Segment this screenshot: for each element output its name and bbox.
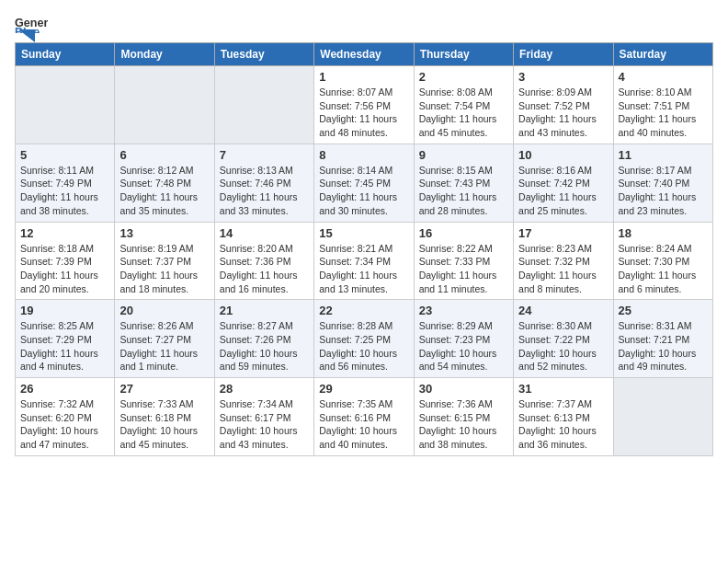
- day-number: 5: [20, 148, 109, 162]
- day-number: 23: [419, 304, 508, 317]
- weekday-header: Sunday: [16, 43, 115, 66]
- day-number: 31: [518, 382, 608, 396]
- calendar-cell: 21Sunrise: 8:27 AM Sunset: 7:26 PM Dayli…: [214, 300, 313, 378]
- day-number: 1: [319, 70, 408, 84]
- calendar-cell: [214, 66, 313, 144]
- day-info: Sunrise: 8:19 AM Sunset: 7:37 PM Dayligh…: [119, 242, 209, 296]
- logo: General Blue: [15, 15, 48, 39]
- day-info: Sunrise: 7:32 AM Sunset: 6:20 PM Dayligh…: [20, 397, 109, 452]
- day-number: 2: [419, 70, 508, 84]
- calendar-cell: 3Sunrise: 8:09 AM Sunset: 7:52 PM Daylig…: [514, 66, 613, 144]
- calendar-table: SundayMondayTuesdayWednesdayThursdayFrid…: [15, 42, 713, 456]
- weekday-header: Wednesday: [314, 43, 414, 66]
- calendar-cell: 24Sunrise: 8:30 AM Sunset: 7:22 PM Dayli…: [514, 300, 613, 378]
- day-info: Sunrise: 7:37 AM Sunset: 6:13 PM Dayligh…: [518, 397, 608, 452]
- day-info: Sunrise: 8:26 AM Sunset: 7:27 PM Dayligh…: [119, 319, 209, 373]
- weekday-header: Saturday: [613, 43, 712, 66]
- day-number: 27: [119, 382, 209, 396]
- day-number: 22: [319, 304, 408, 317]
- calendar-cell: 9Sunrise: 8:15 AM Sunset: 7:43 PM Daylig…: [414, 144, 513, 222]
- calendar-cell: 18Sunrise: 8:24 AM Sunset: 7:30 PM Dayli…: [613, 222, 712, 300]
- day-number: 8: [319, 148, 408, 162]
- day-info: Sunrise: 8:30 AM Sunset: 7:22 PM Dayligh…: [518, 319, 608, 373]
- day-number: 24: [518, 304, 608, 317]
- day-number: 30: [419, 382, 508, 396]
- day-info: Sunrise: 8:24 AM Sunset: 7:30 PM Dayligh…: [619, 242, 708, 296]
- calendar-cell: [16, 66, 115, 144]
- day-number: 3: [518, 70, 608, 84]
- day-number: 14: [220, 226, 309, 240]
- day-info: Sunrise: 8:07 AM Sunset: 7:56 PM Dayligh…: [319, 86, 408, 140]
- day-number: 9: [419, 148, 508, 162]
- calendar-week-row: 5Sunrise: 8:11 AM Sunset: 7:49 PM Daylig…: [16, 144, 713, 222]
- page-header: General Blue: [15, 15, 713, 39]
- day-info: Sunrise: 8:21 AM Sunset: 7:34 PM Dayligh…: [319, 242, 408, 296]
- day-info: Sunrise: 8:16 AM Sunset: 7:42 PM Dayligh…: [518, 164, 608, 218]
- day-info: Sunrise: 8:27 AM Sunset: 7:26 PM Dayligh…: [220, 319, 309, 373]
- calendar-cell: 25Sunrise: 8:31 AM Sunset: 7:21 PM Dayli…: [613, 300, 712, 378]
- day-info: Sunrise: 8:23 AM Sunset: 7:32 PM Dayligh…: [518, 242, 608, 296]
- day-info: Sunrise: 7:36 AM Sunset: 6:15 PM Dayligh…: [419, 397, 508, 452]
- day-info: Sunrise: 7:33 AM Sunset: 6:18 PM Dayligh…: [119, 397, 209, 452]
- calendar-cell: 8Sunrise: 8:14 AM Sunset: 7:45 PM Daylig…: [314, 144, 414, 222]
- calendar-cell: 13Sunrise: 8:19 AM Sunset: 7:37 PM Dayli…: [115, 222, 214, 300]
- day-number: 15: [319, 226, 408, 240]
- calendar-cell: 17Sunrise: 8:23 AM Sunset: 7:32 PM Dayli…: [514, 222, 613, 300]
- day-info: Sunrise: 8:22 AM Sunset: 7:33 PM Dayligh…: [419, 242, 508, 296]
- weekday-header: Thursday: [414, 43, 513, 66]
- calendar-cell: 19Sunrise: 8:25 AM Sunset: 7:29 PM Dayli…: [16, 300, 115, 378]
- calendar-cell: 20Sunrise: 8:26 AM Sunset: 7:27 PM Dayli…: [115, 300, 214, 378]
- day-number: 7: [220, 148, 309, 162]
- calendar-body: 1Sunrise: 8:07 AM Sunset: 7:56 PM Daylig…: [16, 66, 713, 456]
- calendar-cell: 26Sunrise: 7:32 AM Sunset: 6:20 PM Dayli…: [16, 378, 115, 456]
- day-info: Sunrise: 8:08 AM Sunset: 7:54 PM Dayligh…: [419, 86, 508, 140]
- day-number: 11: [619, 148, 708, 162]
- day-number: 29: [319, 382, 408, 396]
- day-info: Sunrise: 8:10 AM Sunset: 7:51 PM Dayligh…: [619, 86, 708, 140]
- day-number: 26: [20, 382, 109, 396]
- day-info: Sunrise: 7:34 AM Sunset: 6:17 PM Dayligh…: [220, 397, 309, 452]
- day-number: 6: [119, 148, 209, 162]
- calendar-cell: 27Sunrise: 7:33 AM Sunset: 6:18 PM Dayli…: [115, 378, 214, 456]
- day-info: Sunrise: 8:17 AM Sunset: 7:40 PM Dayligh…: [619, 164, 708, 218]
- calendar-cell: 7Sunrise: 8:13 AM Sunset: 7:46 PM Daylig…: [214, 144, 313, 222]
- calendar-week-row: 1Sunrise: 8:07 AM Sunset: 7:56 PM Daylig…: [16, 66, 713, 144]
- day-info: Sunrise: 8:09 AM Sunset: 7:52 PM Dayligh…: [518, 86, 608, 140]
- day-number: 17: [518, 226, 608, 240]
- day-info: Sunrise: 7:35 AM Sunset: 6:16 PM Dayligh…: [319, 397, 408, 452]
- day-info: Sunrise: 8:14 AM Sunset: 7:45 PM Dayligh…: [319, 164, 408, 218]
- day-info: Sunrise: 8:11 AM Sunset: 7:49 PM Dayligh…: [20, 164, 109, 218]
- day-info: Sunrise: 8:12 AM Sunset: 7:48 PM Dayligh…: [119, 164, 209, 218]
- calendar-cell: 30Sunrise: 7:36 AM Sunset: 6:15 PM Dayli…: [414, 378, 513, 456]
- day-info: Sunrise: 8:15 AM Sunset: 7:43 PM Dayligh…: [419, 164, 508, 218]
- calendar-cell: 15Sunrise: 8:21 AM Sunset: 7:34 PM Dayli…: [314, 222, 414, 300]
- calendar-header-row: SundayMondayTuesdayWednesdayThursdayFrid…: [16, 43, 713, 66]
- day-number: 10: [518, 148, 608, 162]
- calendar-cell: 31Sunrise: 7:37 AM Sunset: 6:13 PM Dayli…: [514, 378, 613, 456]
- day-info: Sunrise: 8:29 AM Sunset: 7:23 PM Dayligh…: [419, 319, 508, 373]
- calendar-cell: [613, 378, 712, 456]
- calendar-cell: 16Sunrise: 8:22 AM Sunset: 7:33 PM Dayli…: [414, 222, 513, 300]
- calendar-cell: 5Sunrise: 8:11 AM Sunset: 7:49 PM Daylig…: [16, 144, 115, 222]
- calendar-cell: 11Sunrise: 8:17 AM Sunset: 7:40 PM Dayli…: [613, 144, 712, 222]
- calendar-cell: 23Sunrise: 8:29 AM Sunset: 7:23 PM Dayli…: [414, 300, 513, 378]
- day-number: 13: [119, 226, 209, 240]
- weekday-header: Tuesday: [214, 43, 313, 66]
- calendar-cell: [115, 66, 214, 144]
- day-number: 18: [619, 226, 708, 240]
- calendar-cell: 4Sunrise: 8:10 AM Sunset: 7:51 PM Daylig…: [613, 66, 712, 144]
- day-info: Sunrise: 8:13 AM Sunset: 7:46 PM Dayligh…: [220, 164, 309, 218]
- logo-arrow-icon: [18, 29, 35, 42]
- day-number: 19: [20, 304, 109, 317]
- calendar-cell: 12Sunrise: 8:18 AM Sunset: 7:39 PM Dayli…: [16, 222, 115, 300]
- day-number: 20: [119, 304, 209, 317]
- calendar-cell: 1Sunrise: 8:07 AM Sunset: 7:56 PM Daylig…: [314, 66, 414, 144]
- calendar-cell: 2Sunrise: 8:08 AM Sunset: 7:54 PM Daylig…: [414, 66, 513, 144]
- calendar-week-row: 26Sunrise: 7:32 AM Sunset: 6:20 PM Dayli…: [16, 378, 713, 456]
- day-number: 12: [20, 226, 109, 240]
- day-number: 28: [220, 382, 309, 396]
- day-info: Sunrise: 8:25 AM Sunset: 7:29 PM Dayligh…: [20, 319, 109, 373]
- weekday-header: Monday: [115, 43, 214, 66]
- day-info: Sunrise: 8:18 AM Sunset: 7:39 PM Dayligh…: [20, 242, 109, 296]
- calendar-week-row: 12Sunrise: 8:18 AM Sunset: 7:39 PM Dayli…: [16, 222, 713, 300]
